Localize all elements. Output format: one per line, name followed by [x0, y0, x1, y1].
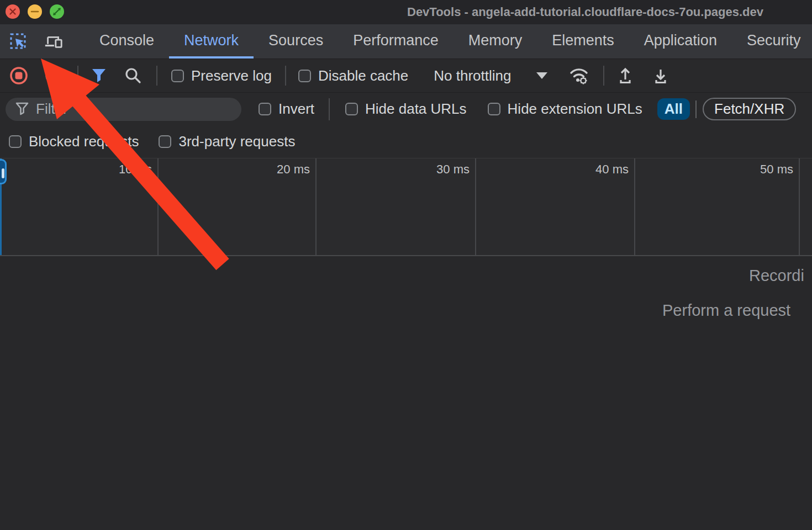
toolbar-divider: [603, 66, 604, 86]
network-overview-timeline[interactable]: 10 ms 20 ms 30 ms 40 ms 50 ms: [0, 158, 812, 256]
window-title: DevTools - angela-add-tutorial.cloudflar…: [407, 5, 763, 19]
request-filter-row: Blocked requests 3rd-party requests: [0, 125, 812, 158]
invert-label: Invert: [278, 100, 314, 118]
search-icon[interactable]: [124, 66, 143, 85]
third-party-requests-label: 3rd-party requests: [178, 133, 295, 150]
filter-chip-fetch-xhr[interactable]: Fetch/XHR: [703, 98, 796, 120]
tab-security[interactable]: Security: [732, 24, 812, 59]
record-icon[interactable]: [9, 66, 29, 86]
toolbar-divider: [156, 66, 157, 86]
filter-input[interactable]: [6, 98, 241, 121]
hide-extension-urls-label: Hide extension URLs: [508, 100, 642, 118]
chevron-down-icon[interactable]: [536, 72, 547, 79]
third-party-requests-checkbox[interactable]: [159, 135, 171, 148]
overview-left-handle[interactable]: [0, 159, 7, 184]
filter-funnel-icon[interactable]: [90, 67, 108, 84]
timeline-tick: 20 ms: [277, 162, 310, 177]
tab-memory[interactable]: Memory: [454, 24, 537, 59]
devtools-window: DevTools - angela-add-tutorial.cloudflar…: [0, 0, 812, 530]
timeline-column: 40 ms: [476, 158, 635, 255]
preserve-log-checkbox[interactable]: [171, 70, 184, 82]
tab-console[interactable]: Console: [85, 24, 169, 59]
panel-tabs: Console Network Sources Performance Memo…: [85, 24, 812, 59]
hide-data-urls-label: Hide data URLs: [365, 100, 467, 118]
blocked-requests-checkbox[interactable]: [9, 135, 22, 148]
tab-elements[interactable]: Elements: [537, 24, 629, 59]
tab-network[interactable]: Network: [169, 24, 254, 59]
invert-checkbox[interactable]: [259, 103, 271, 115]
hide-data-urls-checkbox[interactable]: [345, 103, 358, 115]
export-har-icon[interactable]: [651, 66, 671, 86]
tab-sources[interactable]: Sources: [254, 24, 338, 59]
zoom-icon[interactable]: [50, 4, 64, 19]
network-filter-bar: Invert Hide data URLs Hide extension URL…: [0, 92, 812, 125]
network-conditions-icon[interactable]: [568, 65, 590, 86]
blocked-requests-label: Blocked requests: [29, 133, 139, 150]
tab-performance[interactable]: Performance: [338, 24, 454, 59]
timeline-column: 10 ms: [0, 158, 159, 255]
hide-extension-urls-checkbox[interactable]: [488, 103, 500, 115]
timeline-tick: 30 ms: [436, 162, 470, 177]
requests-table-empty-area: Recordi Perform a request: [0, 256, 812, 530]
timeline-tick: 10 ms: [119, 162, 152, 177]
timeline-tick: 50 ms: [760, 162, 793, 177]
overview-handle-grip: [2, 168, 4, 178]
disable-cache-label: Disable cache: [318, 67, 408, 84]
timeline-column: 30 ms: [317, 158, 476, 255]
minimize-icon[interactable]: [28, 4, 42, 19]
toolbar-divider: [77, 66, 78, 86]
throttling-select[interactable]: No throttling: [434, 67, 511, 84]
device-toolbar-icon[interactable]: [44, 31, 64, 51]
disable-cache-checkbox[interactable]: [298, 70, 311, 82]
filter-text-field[interactable]: [36, 100, 231, 118]
filterbar-divider: [329, 98, 330, 120]
chip-divider: [695, 100, 697, 118]
tab-application[interactable]: Application: [629, 24, 732, 59]
title-bar: DevTools - angela-add-tutorial.cloudflar…: [0, 0, 812, 24]
empty-state-recording-text: Recordi: [749, 267, 804, 285]
empty-state-perform-text: Perform a request: [662, 301, 790, 320]
network-toolbar: Preserve log Disable cache No throttling: [0, 59, 812, 92]
toolbar-divider: [285, 66, 286, 86]
filter-funnel-outline-icon: [15, 102, 29, 116]
timeline-tick: 40 ms: [595, 162, 629, 177]
close-icon[interactable]: [6, 4, 20, 19]
filter-chip-all[interactable]: All: [657, 98, 690, 120]
devtools-tabbar: Console Network Sources Performance Memo…: [0, 24, 812, 59]
traffic-lights: [6, 4, 64, 19]
timeline-column: 50 ms: [635, 158, 800, 255]
inspect-element-icon[interactable]: [8, 31, 28, 51]
preserve-log-label: Preserve log: [191, 67, 272, 84]
timeline-column: 20 ms: [159, 158, 317, 255]
import-har-icon[interactable]: [615, 66, 635, 86]
clear-icon[interactable]: [44, 66, 63, 85]
